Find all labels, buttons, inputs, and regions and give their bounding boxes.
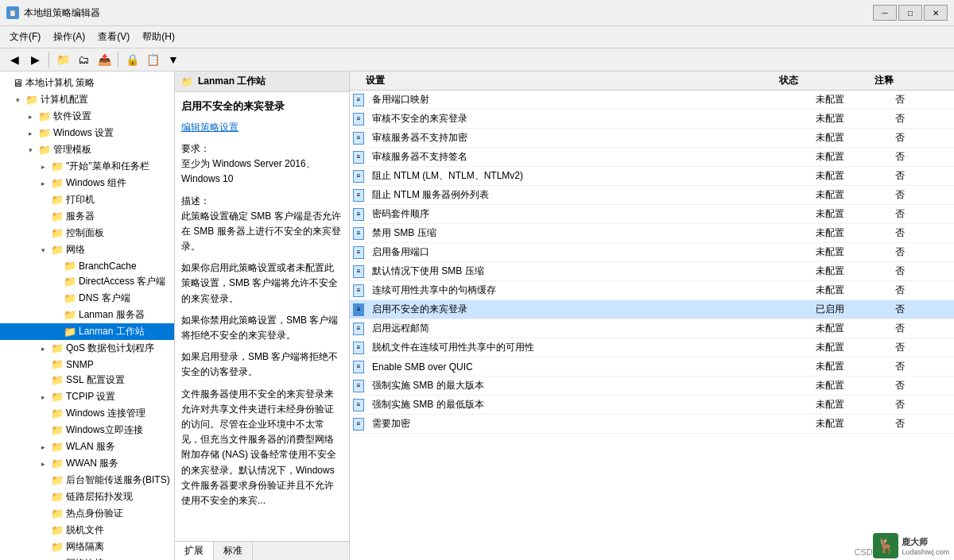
desc-para-4: 如果启用登录，SMB 客户端将拒绝不安全的访客登录。 (181, 350, 343, 380)
status-cell: 未配置 (811, 262, 890, 281)
note-cell: 否 (890, 338, 954, 357)
menu-file[interactable]: 文件(F) (3, 28, 47, 46)
folder-icon: 📁 (51, 458, 64, 469)
help-button[interactable]: 📋 (143, 51, 162, 68)
description-label: 描述： (181, 195, 210, 207)
sidebar-item-label: SSL 配置设置 (66, 373, 125, 387)
sidebar-item-13[interactable]: 📁DNS 客户端 (0, 290, 174, 307)
table-row[interactable]: ≡连续可用性共享中的句柄缓存未配置否 (350, 281, 954, 300)
sidebar-item-3[interactable]: ▸📁Windows 设置 (0, 125, 174, 141)
sidebar-item-label: WWAN 服务 (66, 457, 118, 470)
table-row[interactable]: ≡启用远程邮简未配置否 (350, 319, 954, 338)
folder-icon: 📁 (51, 541, 64, 553)
table-row[interactable]: ≡审核不安全的来宾登录未配置否 (350, 110, 954, 129)
desc-para-5: 文件服务器使用不安全的来宾登录来允许对共享文件夹进行未经身份验证的访问。尽管在企… (181, 387, 343, 509)
sidebar-item-1[interactable]: ▾📁计算机配置 (0, 91, 174, 108)
table-row[interactable]: ≡阻止 NTLM 服务器例外列表未配置否 (350, 186, 954, 205)
table-row[interactable]: ≡启用不安全的来宾登录已启用否 (350, 300, 954, 319)
sidebar-item-19[interactable]: ▸📁TCPIP 设置 (0, 388, 174, 405)
back-button[interactable]: ◀ (5, 51, 24, 68)
sidebar-item-9[interactable]: 📁控制面板 (0, 225, 174, 241)
sidebar-item-23[interactable]: ▸📁WWAN 服务 (0, 455, 174, 472)
table-row[interactable]: ≡需要加密未配置否 (350, 415, 954, 434)
note-cell: 否 (890, 415, 954, 434)
table-row[interactable]: ≡默认情况下使用 SMB 压缩未配置否 (350, 262, 954, 281)
table-row[interactable]: ≡备用端口映射未配置否 (350, 91, 954, 110)
sidebar-item-17[interactable]: 📁SNMP (0, 357, 174, 372)
menu-help[interactable]: 帮助(H) (136, 28, 181, 46)
maximize-button[interactable]: □ (898, 5, 922, 21)
sidebar-item-4[interactable]: ▾📁管理模板 (0, 141, 174, 158)
sidebar-item-2[interactable]: ▸📁软件设置 (0, 108, 174, 125)
sidebar-item-label: DNS 客户端 (79, 292, 130, 305)
sidebar-item-24[interactable]: 📁后台智能传送服务(BITS) (0, 472, 174, 489)
sidebar-item-21[interactable]: 📁Windows立即连接 (0, 422, 174, 438)
sidebar-item-5[interactable]: ▸📁"开始"菜单和任务栏 (0, 158, 174, 175)
sidebar-item-28[interactable]: 📁网络隔离 (0, 539, 174, 555)
folder-icon: 📁 (64, 260, 76, 272)
export-button[interactable]: 📤 (95, 51, 114, 68)
forward-button[interactable]: ▶ (25, 51, 45, 68)
sidebar-item-7[interactable]: 📁打印机 (0, 191, 174, 208)
folder-icon: 📁 (38, 127, 51, 139)
sidebar-item-12[interactable]: 📁DirectAccess 客户端 (0, 273, 174, 290)
sidebar-item-10[interactable]: ▾📁网络 (0, 241, 174, 258)
sidebar-item-22[interactable]: ▸📁WLAN 服务 (0, 438, 174, 455)
properties-button[interactable]: 🔒 (122, 51, 142, 68)
table-row[interactable]: ≡禁用 SMB 压缩未配置否 (350, 224, 954, 243)
title-bar: 📋 本地组策略编辑器 ─ □ ✕ (0, 0, 954, 26)
sidebar-item-14[interactable]: 📁Lanman 服务器 (0, 307, 174, 323)
table-row[interactable]: ≡强制实施 SMB 的最大版本未配置否 (350, 377, 954, 396)
table-row[interactable]: ≡密码套件顺序未配置否 (350, 205, 954, 224)
filter-button[interactable]: ▼ (164, 51, 183, 68)
table-row[interactable]: ≡Enable SMB over QUIC未配置否 (350, 357, 954, 377)
table-row[interactable]: ≡阻止 NTLM (LM、NTLM、NTLMv2)未配置否 (350, 167, 954, 186)
row-icon: ≡ (350, 110, 367, 129)
app-title: 本地组策略编辑器 (24, 6, 100, 20)
app-icon: 📋 (6, 6, 19, 19)
sidebar-item-20[interactable]: 📁Windows 连接管理 (0, 405, 174, 422)
tab-standard[interactable]: 标准 (214, 542, 253, 560)
sidebar-item-0[interactable]: 🖥本地计算机 策略 (0, 75, 174, 91)
show-button[interactable]: 🗂 (74, 51, 93, 68)
setting-cell: 默认情况下使用 SMB 压缩 (367, 262, 811, 281)
sidebar-item-27[interactable]: 📁脱机文件 (0, 522, 174, 539)
tab-expand[interactable]: 扩展 (175, 542, 214, 560)
menu-action[interactable]: 操作(A) (47, 28, 91, 46)
sidebar-item-label: 后台智能传送服务(BITS) (66, 473, 170, 487)
expand-icon: ▸ (41, 345, 51, 353)
folder-icon: 📁 (51, 374, 64, 386)
sidebar-item-29[interactable]: 📁网络连接 (0, 555, 174, 560)
note-cell: 否 (890, 377, 954, 396)
sidebar-item-label: SNMP (66, 359, 94, 370)
status-cell: 未配置 (811, 357, 890, 377)
setting-cell: 备用端口映射 (367, 91, 811, 110)
sidebar-item-11[interactable]: 📁BranchCache (0, 258, 174, 273)
sidebar-item-15[interactable]: 📁Lanman 工作站 (0, 323, 174, 340)
requirement-text: 至少为 Windows Server 2016、Windows 10 (181, 158, 316, 184)
folder-icon: 📁 (64, 326, 76, 338)
close-button[interactable]: ✕ (924, 5, 948, 21)
table-row[interactable]: ≡脱机文件在连续可用性共享中的可用性未配置否 (350, 338, 954, 357)
folder-icon: 📁 (64, 276, 76, 288)
status-cell: 未配置 (811, 281, 890, 300)
sidebar-item-18[interactable]: 📁SSL 配置设置 (0, 372, 174, 388)
sidebar-item-label: 网络连接 (66, 557, 104, 560)
table-row[interactable]: ≡审核服务器不支持加密未配置否 (350, 129, 954, 148)
menu-view[interactable]: 查看(V) (91, 28, 136, 46)
folder-icon: 📁 (25, 94, 38, 106)
table-row[interactable]: ≡审核服务器不支持签名未配置否 (350, 148, 954, 167)
right-panel: 设置 状态 注释 ≡备用端口映射未配置否≡审核不安全的来宾登录未配置否≡审核服务… (350, 71, 954, 560)
expand-icon: ▸ (41, 393, 51, 401)
sidebar-item-8[interactable]: 📁服务器 (0, 208, 174, 225)
up-button[interactable]: 📁 (53, 51, 72, 68)
sidebar-item-26[interactable]: 📁热点身份验证 (0, 505, 174, 522)
table-row[interactable]: ≡强制实施 SMB 的最低版本未配置否 (350, 396, 954, 415)
sidebar-item-16[interactable]: ▸📁QoS 数据包计划程序 (0, 340, 174, 357)
minimize-button[interactable]: ─ (873, 5, 897, 21)
sidebar-item-25[interactable]: 📁链路层拓扑发现 (0, 489, 174, 505)
status-cell: 未配置 (811, 205, 890, 224)
sidebar-item-6[interactable]: ▸📁Windows 组件 (0, 175, 174, 191)
table-row[interactable]: ≡启用备用端口未配置否 (350, 243, 954, 262)
edit-policy-link[interactable]: 编辑策略设置 (181, 122, 238, 133)
